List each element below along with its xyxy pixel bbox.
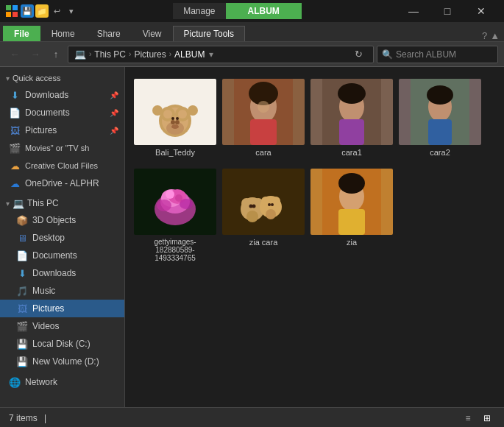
- hdd-c-icon: 💾: [16, 338, 28, 350]
- forward-button[interactable]: →: [26, 46, 44, 63]
- sidebar-item-desktop[interactable]: 🖥 Desktop: [0, 229, 124, 247]
- tab-home[interactable]: Home: [40, 26, 86, 41]
- thumb-cara2-label: cara2: [430, 148, 450, 157]
- help-button[interactable]: ?: [482, 30, 487, 41]
- pin-icon: 📌: [110, 91, 118, 99]
- sidebar-label: Downloads: [25, 90, 104, 100]
- save-button[interactable]: 💾: [21, 4, 34, 18]
- quick-access-header[interactable]: ▾ Quick access: [0, 70, 124, 86]
- minimize-button[interactable]: —: [397, 0, 430, 22]
- ribbon-tabs: File Home Share View Picture Tools ? ▲: [0, 22, 504, 41]
- tab-view[interactable]: View: [132, 26, 173, 41]
- 3d-icon: 📦: [16, 214, 28, 226]
- thumb-cara1[interactable]: cara1: [310, 76, 393, 160]
- thumb-cara2[interactable]: cara2: [399, 76, 481, 160]
- thumb-bali-teddy-image: [134, 79, 216, 145]
- main-layout: ▾ Quick access ⬇ Downloads 📌 📄 Documents…: [0, 67, 504, 407]
- sidebar-item-movies-quick[interactable]: 🎬 Movies" or "TV sh: [0, 139, 124, 157]
- content-area: Bali_Teddy cara: [125, 67, 504, 407]
- sidebar-label: Videos: [32, 321, 118, 331]
- sidebar-item-3d-objects[interactable]: 📦 3D Objects: [0, 211, 124, 229]
- svg-point-29: [427, 85, 453, 105]
- path-pictures[interactable]: Pictures: [134, 49, 166, 60]
- this-pc-header[interactable]: ▾ 💻 This PC: [0, 195, 124, 211]
- svg-rect-56: [338, 209, 365, 235]
- list-view-button[interactable]: ≡: [460, 410, 476, 426]
- address-bar: ← → ↑ 💻 › This PC › Pictures › ALBUM ▾ ↻…: [0, 42, 504, 67]
- pin-icon: 📌: [110, 109, 118, 117]
- sidebar-label: Documents: [32, 250, 118, 261]
- tab-picture-tools[interactable]: Picture Tools: [173, 26, 245, 41]
- hdd-d-icon: 💾: [16, 356, 28, 367]
- close-button[interactable]: ✕: [464, 0, 498, 22]
- sidebar-item-creative-cloud[interactable]: ☁ Creative Cloud Files: [0, 157, 124, 174]
- thumb-cara1-label: cara1: [341, 148, 362, 157]
- svg-point-46: [252, 205, 256, 208]
- this-pc-icon: 💻: [13, 198, 24, 209]
- dropdown-button[interactable]: ▾: [65, 4, 78, 18]
- sidebar-item-onedrive[interactable]: ☁ OneDrive - ALPHR: [0, 174, 124, 192]
- large-icons-button[interactable]: ⊞: [479, 410, 495, 426]
- path-album[interactable]: ALBUM: [174, 49, 205, 60]
- app-icon: [6, 5, 18, 17]
- refresh-button[interactable]: ↻: [349, 46, 367, 63]
- sidebar-label: Pictures: [25, 125, 104, 135]
- sidebar-item-downloads-quick[interactable]: ⬇ Downloads 📌: [0, 86, 124, 104]
- sidebar-item-documents-quick[interactable]: 📄 Documents 📌: [0, 104, 124, 121]
- sidebar-item-videos[interactable]: 🎬 Videos: [0, 317, 124, 335]
- svg-point-15: [171, 124, 179, 129]
- ribbon: File Home Share View Picture Tools ? ▲: [0, 22, 504, 42]
- pic-icon: 🖼: [16, 303, 28, 314]
- tab-share[interactable]: Share: [86, 26, 132, 41]
- svg-point-50: [266, 209, 276, 219]
- thumb-cara[interactable]: cara: [222, 76, 305, 160]
- sidebar: ▾ Quick access ⬇ Downloads 📌 📄 Documents…: [0, 67, 125, 407]
- sidebar-label: 3D Objects: [32, 215, 118, 225]
- thumb-zia[interactable]: zia: [310, 166, 393, 265]
- undo-button[interactable]: ↩: [50, 4, 63, 18]
- back-button[interactable]: ←: [6, 46, 24, 63]
- maximize-button[interactable]: □: [430, 0, 464, 22]
- sidebar-item-network[interactable]: 🌐 Network: [0, 373, 124, 391]
- new-folder-button[interactable]: 📁: [35, 4, 49, 18]
- svg-point-12: [188, 105, 198, 116]
- sidebar-item-documents[interactable]: 📄 Documents: [0, 247, 124, 264]
- documents-icon: 📄: [9, 107, 21, 119]
- sidebar-item-pictures[interactable]: 🖼 Pictures: [0, 300, 124, 317]
- desktop-icon: 🖥: [16, 232, 28, 244]
- sidebar-item-pictures-quick[interactable]: 🖼 Pictures 📌: [0, 121, 124, 139]
- svg-rect-2: [6, 12, 11, 17]
- up-button[interactable]: ↑: [47, 46, 65, 63]
- pc-icon: 💻: [74, 49, 86, 60]
- thumb-getty-label: gettyimages-182880589-1493334765: [137, 238, 213, 262]
- thumb-zia-cara[interactable]: zia cara: [222, 166, 305, 265]
- svg-rect-3: [13, 12, 18, 17]
- pin-icon: 📌: [110, 127, 118, 135]
- sidebar-label: Movies" or "TV sh: [25, 144, 118, 152]
- thumb-cara1-image: [310, 79, 393, 145]
- quick-access-toolbar: 💾 📁 ↩ ▾: [21, 4, 78, 18]
- sidebar-label: Downloads: [32, 268, 118, 278]
- svg-point-38: [157, 200, 171, 211]
- title-manage-tab[interactable]: Manage: [173, 3, 225, 19]
- thumb-getty[interactable]: gettyimages-182880589-1493334765: [134, 166, 216, 265]
- sidebar-item-downloads[interactable]: ⬇ Downloads: [0, 264, 124, 282]
- search-box[interactable]: 🔍 Search ALBUM: [377, 46, 498, 63]
- svg-point-52: [271, 203, 274, 206]
- svg-point-16: [171, 117, 174, 120]
- title-album-tab[interactable]: ALBUM: [226, 3, 302, 19]
- sidebar-item-music[interactable]: 🎵 Music: [0, 282, 124, 300]
- thumb-bali-teddy[interactable]: Bali_Teddy: [134, 76, 216, 160]
- path-dropdown-button[interactable]: ▾: [209, 49, 213, 60]
- collapse-ribbon-button[interactable]: ▲: [490, 30, 500, 41]
- sidebar-item-new-volume[interactable]: 💾 New Volume (D:): [0, 353, 124, 370]
- sidebar-item-local-disk[interactable]: 💾 Local Disk (C:): [0, 335, 124, 353]
- tab-file[interactable]: File: [3, 26, 40, 41]
- thumb-zia-image: [310, 169, 393, 235]
- svg-point-55: [338, 173, 365, 194]
- path-this-pc[interactable]: This PC: [94, 49, 126, 60]
- svg-point-44: [246, 211, 258, 222]
- address-path[interactable]: 💻 › This PC › Pictures › ALBUM ▾ ↻: [68, 46, 374, 63]
- svg-point-11: [152, 105, 163, 116]
- sidebar-label: Local Disk (C:): [32, 339, 118, 349]
